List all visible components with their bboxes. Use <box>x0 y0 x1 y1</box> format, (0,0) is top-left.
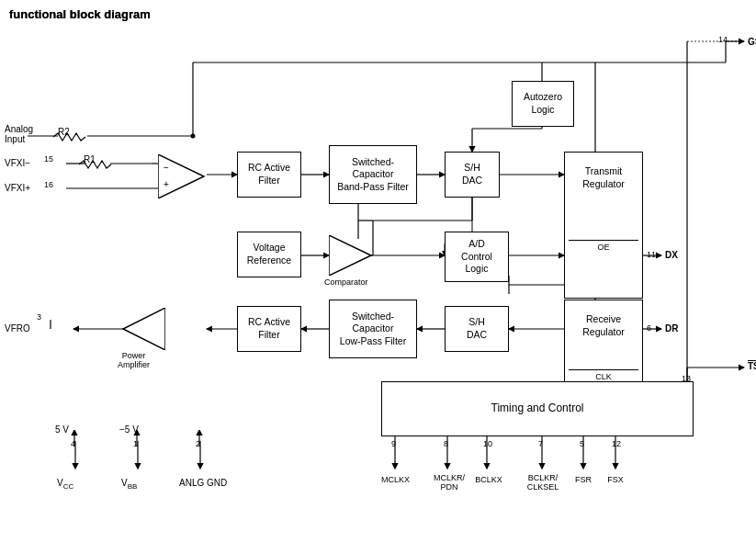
pin13-label: 13 <box>682 374 691 383</box>
svg-text:+: + <box>164 179 169 189</box>
tsx-label: TSX <box>748 361 756 371</box>
mclkr-pdn-label: MCLKR/PDN <box>433 473 466 492</box>
r1-symbol <box>79 160 114 169</box>
vbb-label: VBB <box>121 478 137 491</box>
dx-label: DX <box>665 250 678 260</box>
analog-input-label: AnalogInput <box>5 124 33 144</box>
page-title: functional block diagram <box>9 7 151 21</box>
tc-pin10: 10 <box>483 439 492 448</box>
dr-label: DR <box>665 323 678 334</box>
tc-pin8: 8 <box>444 439 448 448</box>
vcc-label: VCC <box>57 478 73 491</box>
pin3-label: 3 <box>37 312 41 322</box>
svg-marker-69 <box>123 308 165 350</box>
anlg-gnd-label: ANLG GND <box>179 478 227 488</box>
rc-active-filter-bot: RC ActiveFilter <box>237 306 301 352</box>
tc-pin5: 5 <box>580 439 584 448</box>
pin14-label: 14 <box>718 35 728 44</box>
sh-dac-top: S/HDAC <box>445 152 500 198</box>
svg-text:−: − <box>164 163 169 173</box>
bclkx-label: BCLKX <box>475 475 502 484</box>
vfro-label: VFRO <box>5 323 30 334</box>
svg-marker-65 <box>158 154 204 198</box>
fsx-label: FSX <box>604 475 626 484</box>
diagram-container: functional block diagram <box>0 0 756 543</box>
comparator-label: Comparator <box>324 277 368 287</box>
vcc-arrow <box>67 430 82 447</box>
pin16-label: 16 <box>44 180 53 189</box>
power-amp-label: PowerAmplifier <box>118 351 150 369</box>
comparator-symbol <box>329 235 375 276</box>
timing-control: Timing and Control <box>381 381 694 436</box>
pin6-label: 6 <box>647 323 651 333</box>
tc-pin12: 12 <box>612 439 621 448</box>
autozero-logic: AutozeroLogic <box>512 81 574 127</box>
svg-point-7 <box>191 134 196 139</box>
voltage-reference: VoltageReference <box>237 232 301 277</box>
pin15-label: 15 <box>44 154 53 164</box>
bclkr-clksel-label: BCLKR/CLKSEL <box>524 473 562 492</box>
ad-control-logic: A/DControlLogic <box>445 232 509 282</box>
anlg-gnd-arrow <box>192 430 207 447</box>
vfxi-plus-label: VFXI+ <box>5 183 30 193</box>
rc-active-filter-top: RC Active Filter <box>237 152 301 198</box>
pin11-label: 11 <box>647 250 656 259</box>
sc-lowpass-filter: Switched-CapacitorLow-Pass Filter <box>329 300 417 358</box>
vbb-arrow <box>130 430 144 447</box>
mclkx-label: MCLKX <box>381 475 409 484</box>
sh-dac-bot: S/HDAC <box>445 306 509 352</box>
power-amp-symbol <box>119 308 165 350</box>
gsx-label: GSX <box>748 37 756 47</box>
svg-marker-68 <box>329 235 371 276</box>
tc-pin9: 9 <box>391 439 396 448</box>
diff-amp-symbol: − + <box>158 154 209 198</box>
transmit-regulator: TransmitRegulator OE <box>564 152 643 299</box>
fsr-label: FSR <box>572 475 594 484</box>
r2-symbol <box>53 132 88 141</box>
sc-bandpass-filter: Switched-CapacitorBand-Pass Filter <box>329 145 417 204</box>
receive-regulator: ReceiveRegulator CLK <box>564 300 643 391</box>
tc-pin7: 7 <box>538 439 543 448</box>
vfxi-minus-label: VFXI− <box>5 158 30 168</box>
